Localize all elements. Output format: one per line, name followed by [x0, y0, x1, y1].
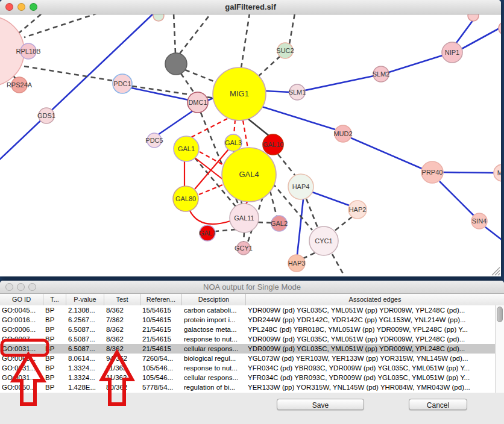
table-row[interactable]: GO:0016...BP6.2567...7/36210/54615protei… — [0, 315, 495, 325]
edge-dash — [270, 191, 277, 216]
node-label-MUD2: MUD2 — [333, 130, 352, 137]
edge-dash — [289, 13, 295, 44]
zoom-icon[interactable] — [28, 283, 36, 291]
edge-dash — [180, 13, 211, 54]
table-cell: YPL248C (pd) YBR018C, YML051W (pp) YDR00… — [246, 325, 495, 334]
table-cell: YDR009W (pd) YGL035C, YML051W (pp) YDR00… — [246, 334, 495, 344]
table-cell: 1.3324... — [66, 363, 104, 373]
minimize-icon[interactable] — [17, 283, 25, 291]
node-label-GAL7: GAL7 — [199, 229, 216, 237]
table-cell: 8/362 — [104, 334, 140, 344]
table-cell: 5778/54... — [140, 382, 182, 392]
table-cell: GO:0031... — [0, 344, 43, 354]
minimize-icon[interactable] — [17, 3, 25, 11]
edge-dash — [174, 13, 175, 53]
table-row[interactable]: GO:0031...BP1.3324...11/362105/546...res… — [0, 363, 495, 373]
edge-blue — [389, 55, 443, 72]
table-row[interactable]: GO:0031...BP1.3324...11/362105/546...cel… — [0, 373, 495, 382]
node-label-HAP4: HAP4 — [292, 183, 310, 190]
table-cell: 2.1308... — [66, 305, 104, 315]
edge-dash — [306, 199, 318, 228]
node-label-GAL4: GAL4 — [239, 170, 259, 179]
resize-grip-icon[interactable] — [492, 267, 500, 275]
table-cell: BP — [43, 325, 66, 334]
table-cell: protein import i... — [182, 315, 246, 325]
noa-output-window: NOA output for Single Mode GO IDT...P-va… — [0, 281, 504, 424]
table-cell: 21/54615 — [140, 344, 182, 354]
table-cell: BP — [43, 344, 66, 354]
column-header-referen[interactable]: Referen... — [140, 294, 182, 305]
scrollbar-thumb[interactable] — [497, 307, 503, 322]
zoom-icon[interactable] — [30, 3, 37, 11]
table-cell: 10/54615 — [140, 315, 182, 325]
table-cell: 80/362 — [104, 382, 140, 392]
table-cell: biological regul... — [182, 354, 246, 363]
network-canvas[interactable]: RPL18BRPS24AGDS1PDC1PDC5DMC1MIG1SUC2SLM1… — [0, 0, 501, 276]
node-gray-node[interactable] — [165, 53, 187, 75]
column-header-associatededges[interactable]: Associated edges — [246, 294, 504, 305]
table-cell: BP — [43, 305, 66, 315]
noa-window-title: NOA output for Single Mode — [203, 282, 301, 292]
table-cell: 21/54615 — [140, 325, 182, 334]
table-row[interactable]: GO:0007...BP6.5087...8/36221/54615respon… — [0, 334, 495, 344]
node-right-pink[interactable] — [499, 22, 501, 35]
edge-dash — [216, 229, 236, 231]
close-icon[interactable] — [5, 3, 13, 11]
table-cell: BP — [43, 354, 66, 363]
table-cell: 21/54615 — [140, 334, 182, 344]
edge-reddash — [200, 152, 222, 164]
table-cell: GO:0006... — [0, 325, 43, 334]
node-label-PRP40: PRP40 — [422, 169, 443, 176]
noa-window-titlebar: NOA output for Single Mode — [0, 281, 504, 294]
table-scrollbar[interactable] — [495, 305, 504, 393]
table-cell: carbon cataboli... — [182, 305, 246, 315]
table-cell: GO:0045... — [0, 305, 43, 315]
table-cell: BP — [43, 382, 66, 392]
node-label-GAL2: GAL2 — [271, 220, 288, 227]
table-row[interactable]: GO:0050...BP1.428E...80/3625778/54...reg… — [0, 382, 495, 392]
table-row[interactable]: GO:0065...BP8.0614...94/3627260/54...bio… — [0, 354, 495, 363]
table-cell: 8/362 — [104, 305, 140, 315]
edge-blue — [297, 199, 303, 255]
table-cell: 11/362 — [104, 373, 140, 382]
save-button[interactable]: Save — [277, 399, 364, 410]
node-label-NIP1: NIP1 — [445, 49, 459, 56]
node-label-SIN4: SIN4 — [472, 217, 487, 225]
edge-blue — [456, 20, 473, 43]
table-cell: 6.5087... — [66, 344, 104, 354]
column-header-pvalue[interactable]: P-value — [66, 294, 104, 305]
table-cell: 8/362 — [104, 344, 140, 354]
node-label-DMC1: DMC1 — [188, 99, 207, 106]
table-cell: 6.2567... — [66, 315, 104, 325]
table-row[interactable]: GO:0031...BP6.5087...8/36221/54615cellul… — [0, 344, 495, 354]
column-header-desciption[interactable]: Desciption — [182, 294, 246, 305]
desktop: RPL18BRPS24AGDS1PDC1PDC5DMC1MIG1SUC2SLM1… — [0, 0, 504, 424]
table-header: GO IDT...P-valueTestReferen...Desciption… — [0, 294, 504, 306]
column-header-goid[interactable]: GO ID — [0, 294, 43, 305]
edge-blue — [305, 76, 374, 90]
edge-blue — [260, 106, 335, 129]
edge-dash — [302, 253, 315, 259]
edge-dash — [334, 217, 352, 231]
table-cell: 105/546... — [140, 373, 182, 382]
table-row[interactable]: GO:0045...BP2.1308...8/36215/54615carbon… — [0, 305, 495, 315]
edge-dash — [241, 13, 250, 68]
node-label-PDC5: PDC5 — [145, 137, 163, 144]
edge-blue — [439, 181, 474, 216]
graph-window-titlebar: galFiltered.sif — [0, 0, 501, 14]
column-header-t[interactable]: T... — [43, 294, 66, 305]
table-row[interactable]: GO:0006...BP6.5087...8/36221/54615galact… — [0, 325, 495, 334]
edge-reddash — [190, 119, 227, 138]
graph-window-title: galFiltered.sif — [225, 2, 276, 11]
table-cell: 15/54615 — [140, 305, 182, 315]
node-label-GCY1: GCY1 — [235, 245, 253, 252]
table-cell: YER133W (pp) YOR315W, YNL145W (pd) YHR08… — [246, 382, 495, 392]
node-label-GAL3: GAL3 — [225, 139, 242, 146]
edge-blue — [443, 172, 496, 173]
close-icon[interactable] — [5, 283, 13, 291]
table-cell: BP — [43, 363, 66, 373]
cancel-button[interactable]: Cancel — [409, 399, 467, 410]
column-header-test[interactable]: Test — [104, 294, 140, 305]
table-cell: regulation of bi... — [182, 382, 246, 392]
edge-blue — [159, 111, 193, 134]
